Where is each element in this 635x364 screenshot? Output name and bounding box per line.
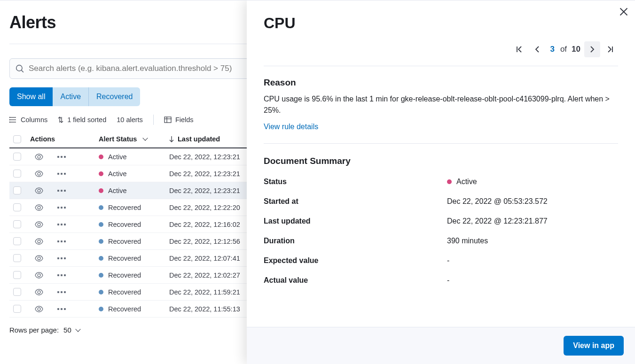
row-checkbox[interactable] bbox=[13, 237, 21, 245]
columns-button[interactable]: Columns bbox=[9, 116, 47, 124]
columns-icon bbox=[9, 116, 17, 123]
status-dot-icon bbox=[99, 171, 103, 176]
row-checkbox[interactable] bbox=[13, 288, 21, 296]
flyout-footer: View in app bbox=[247, 327, 635, 364]
pager-of: of bbox=[559, 45, 568, 54]
reason-text: CPU usage is 95.6% in the last 1 min for… bbox=[264, 93, 618, 116]
summary-heading: Document Summary bbox=[264, 156, 618, 166]
row-checkbox[interactable] bbox=[13, 220, 21, 228]
header-status-label: Alert Status bbox=[99, 135, 137, 143]
filter-show-all[interactable]: Show all bbox=[9, 87, 53, 106]
pager-next[interactable] bbox=[584, 41, 600, 57]
summary-updated-label: Last updated bbox=[264, 217, 447, 225]
row-status-text: Recovered bbox=[108, 204, 141, 211]
sort-button[interactable]: 1 field sorted bbox=[58, 116, 106, 124]
row-actions bbox=[29, 238, 99, 245]
row-checkbox[interactable] bbox=[13, 153, 21, 161]
summary-duration-value: 390 minutes bbox=[447, 237, 618, 245]
more-actions-icon[interactable] bbox=[57, 173, 66, 175]
summary-actual: Actual value - bbox=[264, 271, 618, 290]
more-actions-icon[interactable] bbox=[57, 156, 66, 158]
svg-point-22 bbox=[38, 291, 40, 294]
more-actions-icon[interactable] bbox=[57, 240, 66, 242]
row-checkbox[interactable] bbox=[13, 254, 21, 262]
fields-label: Fields bbox=[175, 116, 194, 124]
columns-label: Columns bbox=[21, 116, 47, 124]
search-icon bbox=[16, 64, 24, 73]
svg-point-16 bbox=[38, 189, 40, 192]
sort-label: 1 field sorted bbox=[67, 116, 106, 124]
view-icon[interactable] bbox=[35, 221, 43, 228]
svg-point-17 bbox=[38, 206, 40, 209]
summary-expected-label: Expected value bbox=[264, 256, 447, 265]
view-icon[interactable] bbox=[35, 289, 43, 295]
row-checkbox[interactable] bbox=[13, 203, 21, 211]
summary-duration: Duration 390 minutes bbox=[264, 231, 618, 251]
summary-status: Status Active bbox=[264, 172, 618, 192]
row-actions bbox=[29, 154, 99, 160]
filter-recovered[interactable]: Recovered bbox=[89, 87, 140, 106]
summary-actual-label: Actual value bbox=[264, 276, 447, 285]
row-status: Recovered bbox=[99, 255, 169, 262]
app-root: { "page": { "title": "Alerts" }, "search… bbox=[0, 0, 635, 364]
more-actions-icon[interactable] bbox=[57, 308, 66, 310]
rows-label: Rows per page: bbox=[9, 326, 59, 334]
row-status: Recovered bbox=[99, 288, 169, 296]
summary-started-value: Dec 22, 2022 @ 05:53:23.572 bbox=[447, 197, 618, 206]
view-icon[interactable] bbox=[35, 238, 43, 245]
row-actions bbox=[29, 204, 99, 211]
more-actions-icon[interactable] bbox=[57, 190, 66, 192]
pager-last[interactable] bbox=[602, 41, 618, 57]
flyout-body: Reason CPU usage is 95.6% in the last 1 … bbox=[247, 66, 635, 327]
row-checkbox[interactable] bbox=[13, 186, 21, 194]
view-icon[interactable] bbox=[35, 204, 43, 211]
row-actions bbox=[29, 306, 99, 312]
pager-first[interactable] bbox=[511, 41, 527, 57]
header-status[interactable]: Alert Status bbox=[99, 135, 169, 143]
summary-duration-label: Duration bbox=[264, 237, 447, 245]
view-icon[interactable] bbox=[35, 272, 43, 279]
rows-value: 50 bbox=[63, 326, 71, 334]
row-checkbox[interactable] bbox=[13, 305, 21, 313]
pager-prev[interactable] bbox=[529, 41, 545, 57]
status-dot-icon bbox=[99, 239, 103, 244]
view-in-app-button[interactable]: View in app bbox=[564, 336, 624, 356]
svg-point-5 bbox=[9, 117, 10, 117]
row-status-text: Active bbox=[108, 170, 127, 178]
summary-started: Started at Dec 22, 2022 @ 05:53:23.572 bbox=[264, 192, 618, 211]
row-status: Active bbox=[99, 187, 169, 194]
more-actions-icon[interactable] bbox=[57, 274, 66, 276]
row-status-text: Recovered bbox=[108, 305, 141, 313]
view-icon[interactable] bbox=[35, 154, 43, 160]
svg-point-7 bbox=[9, 122, 10, 122]
chevron-down-icon bbox=[75, 326, 80, 332]
view-icon[interactable] bbox=[35, 255, 43, 262]
more-actions-icon[interactable] bbox=[57, 207, 66, 209]
close-icon[interactable] bbox=[619, 7, 628, 16]
sort-icon bbox=[58, 116, 63, 124]
view-rule-details-link[interactable]: View rule details bbox=[264, 123, 318, 131]
select-all-checkbox[interactable] bbox=[13, 135, 21, 143]
more-actions-icon[interactable] bbox=[57, 257, 66, 259]
svg-point-19 bbox=[38, 240, 40, 243]
row-checkbox[interactable] bbox=[13, 170, 21, 178]
view-icon[interactable] bbox=[35, 306, 43, 312]
row-checkbox[interactable] bbox=[13, 271, 21, 279]
header-actions[interactable]: Actions bbox=[29, 135, 99, 143]
chevron-down-icon bbox=[143, 135, 148, 140]
row-status: Recovered bbox=[99, 204, 169, 211]
filter-active[interactable]: Active bbox=[53, 87, 89, 106]
svg-point-0 bbox=[16, 65, 22, 71]
row-status-text: Recovered bbox=[108, 221, 141, 228]
summary-started-label: Started at bbox=[264, 197, 447, 206]
row-status: Active bbox=[99, 153, 169, 161]
row-status-text: Recovered bbox=[108, 271, 141, 279]
fields-button[interactable]: Fields bbox=[164, 116, 194, 124]
view-icon[interactable] bbox=[35, 170, 43, 177]
reason-heading: Reason bbox=[264, 77, 618, 88]
view-icon[interactable] bbox=[35, 187, 43, 194]
row-status-text: Recovered bbox=[108, 238, 141, 245]
more-actions-icon[interactable] bbox=[57, 224, 66, 225]
flyout-pager: 3 of 10 bbox=[264, 41, 618, 57]
more-actions-icon[interactable] bbox=[57, 291, 66, 293]
